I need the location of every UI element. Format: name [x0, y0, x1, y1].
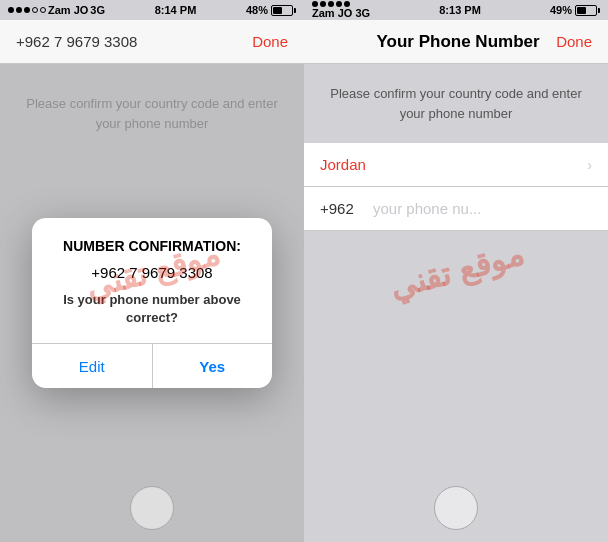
modal-yes-button[interactable]: Yes — [153, 344, 273, 388]
status-bar-right: Zam JO 3G 8:13 PM 49% — [304, 0, 608, 20]
modal-question: Is your phone number above correct? — [56, 291, 248, 327]
modal-box: NUMBER CONFIRMATION: +962 7 9679 3308 Is… — [32, 218, 272, 388]
right-panel: Zam JO 3G 8:13 PM 49% Your Phone Number … — [304, 0, 608, 542]
battery-pct-left: 48% — [246, 4, 268, 16]
country-row[interactable]: Jordan › — [304, 143, 608, 187]
nav-done-left[interactable]: Done — [252, 33, 288, 50]
country-label: Jordan — [320, 156, 366, 173]
battery-body-left — [271, 5, 293, 16]
status-bar-left: Zam JO 3G 8:14 PM 48% — [0, 0, 304, 20]
network-right: 3G — [355, 7, 370, 19]
carrier-right: Zam JO 3G — [312, 1, 370, 19]
phone-row[interactable]: +962 your phone nu... — [304, 187, 608, 231]
carrier-name-right: Zam JO — [312, 7, 352, 19]
dot5 — [40, 7, 46, 13]
nav-bar-right: Your Phone Number Done — [304, 20, 608, 64]
carrier-left: Zam JO 3G — [8, 4, 105, 16]
modal-content: NUMBER CONFIRMATION: +962 7 9679 3308 Is… — [32, 218, 272, 327]
dot2 — [16, 7, 22, 13]
chevron-right-icon: › — [587, 157, 592, 173]
signal-left — [8, 7, 46, 13]
phone-code: +962 — [320, 200, 365, 217]
dot3 — [24, 7, 30, 13]
battery-body-right — [575, 5, 597, 16]
dot1 — [8, 7, 14, 13]
battery-pct-right: 49% — [550, 4, 572, 16]
form-section: Jordan › +962 your phone nu... — [304, 143, 608, 231]
network-left: 3G — [90, 4, 105, 16]
battery-area-left: 48% — [246, 4, 296, 16]
nav-title-right: Your Phone Number — [377, 32, 540, 52]
modal-buttons: Edit Yes — [32, 344, 272, 388]
dot4 — [32, 7, 38, 13]
carrier-name-left: Zam JO — [48, 4, 88, 16]
nav-done-right[interactable]: Done — [556, 33, 592, 50]
nav-bar-left: +962 7 9679 3308 Done — [0, 20, 304, 64]
time-right: 8:13 PM — [439, 4, 481, 16]
phone-placeholder: your phone nu... — [373, 200, 481, 217]
modal-number: +962 7 9679 3308 — [56, 264, 248, 281]
battery-fill-right — [577, 7, 586, 14]
battery-tip-left — [294, 8, 296, 13]
nav-title-left: +962 7 9679 3308 — [16, 33, 137, 50]
right-body: Please confirm your country code and ent… — [304, 64, 608, 542]
home-button-left[interactable] — [130, 486, 174, 530]
modal-edit-button[interactable]: Edit — [32, 344, 152, 388]
time-left: 8:14 PM — [155, 4, 197, 16]
right-description: Please confirm your country code and ent… — [304, 64, 608, 123]
battery-tip-right — [598, 8, 600, 13]
modal-title: NUMBER CONFIRMATION: — [56, 238, 248, 254]
battery-area-right: 49% — [550, 4, 600, 16]
battery-icon-left — [271, 5, 296, 16]
home-button-right[interactable] — [434, 486, 478, 530]
left-body: Please confirm your country code and ent… — [0, 64, 304, 542]
battery-fill-left — [273, 7, 282, 14]
battery-icon-right — [575, 5, 600, 16]
left-panel: Zam JO 3G 8:14 PM 48% +962 7 9679 3308 D… — [0, 0, 304, 542]
modal-overlay: NUMBER CONFIRMATION: +962 7 9679 3308 Is… — [0, 64, 304, 542]
